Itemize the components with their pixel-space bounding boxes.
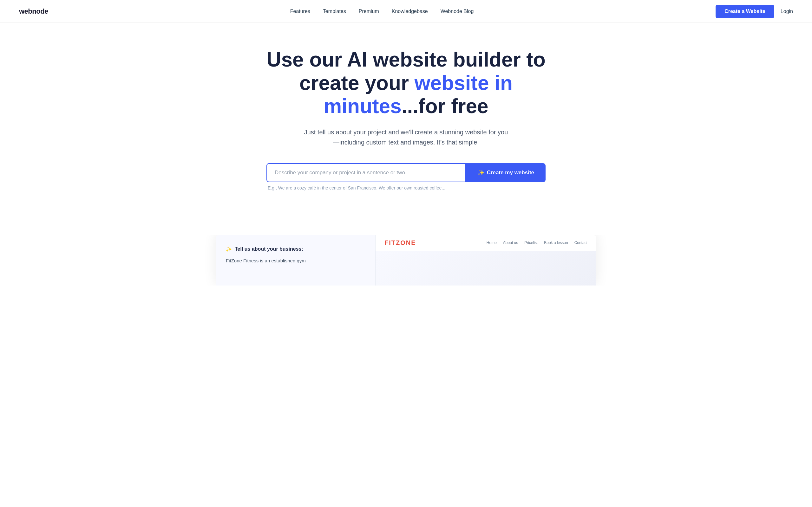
input-hint: E.g., We are a cozy café in the center o… [266, 185, 445, 190]
preview-sparkle-icon: ✨ [226, 246, 232, 252]
preview-container: ✨ Tell us about your business: FitZone F… [216, 235, 596, 285]
create-website-button[interactable]: ✨ Create my website [466, 163, 546, 182]
preview-text: FitZone Fitness is an established gym [226, 257, 365, 265]
preview-nav-about: About us [503, 240, 518, 245]
preview-label: ✨ Tell us about your business: [226, 246, 365, 252]
input-section: ✨ Create my website E.g., We are a cozy … [266, 163, 546, 190]
sparkle-icon: ✨ [477, 169, 484, 176]
describe-input[interactable] [266, 163, 466, 182]
create-website-label: Create my website [487, 170, 534, 176]
preview-nav-home: Home [487, 240, 497, 245]
preview-right-content [375, 251, 596, 285]
nav-features[interactable]: Features [290, 9, 310, 14]
nav-knowledgebase[interactable]: Knowledgebase [392, 9, 428, 14]
nav-premium[interactable]: Premium [359, 9, 379, 14]
nav-blog[interactable]: Webnode Blog [441, 9, 474, 14]
preview-nav-pricelist: Pricelist [524, 240, 538, 245]
bottom-preview: ✨ Tell us about your business: FitZone F… [0, 235, 812, 285]
preview-label-text: Tell us about your business: [235, 246, 303, 252]
nav-templates[interactable]: Templates [323, 9, 346, 14]
hero-section: Use our AI website builder to create you… [0, 23, 812, 210]
nav-links: Features Templates Premium Knowledgebase… [290, 9, 474, 14]
logo[interactable]: webnode [19, 7, 48, 15]
navbar: webnode Features Templates Premium Knowl… [0, 0, 812, 23]
preview-left: ✨ Tell us about your business: FitZone F… [216, 235, 375, 285]
hero-title: Use our AI website builder to create you… [263, 48, 549, 118]
preview-brand: FITZONE [385, 239, 416, 246]
nav-login-button[interactable]: Login [780, 9, 793, 14]
input-row: ✨ Create my website [266, 163, 546, 182]
preview-right: FITZONE Home About us Pricelist Book a l… [375, 235, 596, 285]
hero-title-part2: ...for free [402, 95, 489, 118]
preview-right-nav: FITZONE Home About us Pricelist Book a l… [375, 235, 596, 251]
nav-right: Create a Website Login [716, 5, 793, 18]
hero-subtitle: Just tell us about your project and we’l… [301, 127, 511, 147]
nav-create-button[interactable]: Create a Website [716, 5, 774, 18]
preview-nav-contact: Contact [574, 240, 588, 245]
preview-nav-book: Book a lesson [544, 240, 568, 245]
preview-nav-links: Home About us Pricelist Book a lesson Co… [487, 240, 588, 245]
